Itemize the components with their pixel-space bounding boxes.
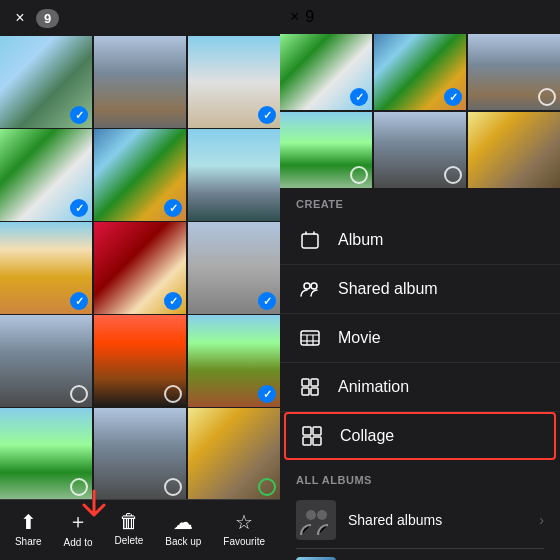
selection-check: ✓ xyxy=(258,106,276,124)
photo-cell[interactable] xyxy=(188,129,280,221)
svg-point-1 xyxy=(304,283,310,289)
shared-albums-thumb xyxy=(296,500,336,540)
shared-album-menu-item[interactable]: Shared album xyxy=(280,265,560,314)
right-header: × 9 xyxy=(280,0,560,34)
photo-grid: ✓ ✓ ✓ ✓ ✓ ✓ ✓ xyxy=(0,36,280,499)
backup-toolbar-item[interactable]: ☁ Back up xyxy=(165,510,201,547)
svg-rect-4 xyxy=(302,379,309,386)
shared-albums-info: Shared albums xyxy=(348,512,527,528)
create-section: CREATE Album Shared album xyxy=(280,188,560,560)
photo-cell[interactable]: ✓ xyxy=(188,36,280,128)
selection-circle-empty xyxy=(350,166,368,184)
shared-album-icon xyxy=(296,275,324,303)
collage-menu-item[interactable]: Collage xyxy=(284,412,556,460)
right-photo-cell[interactable]: ✓ xyxy=(280,34,372,110)
selection-check: ✓ xyxy=(258,292,276,310)
photo-thumb xyxy=(468,112,560,188)
delete-toolbar-item[interactable]: 🗑 Delete xyxy=(114,510,143,546)
selection-count-badge: 9 xyxy=(36,9,59,28)
svg-rect-11 xyxy=(313,437,321,445)
right-photo-cell[interactable] xyxy=(374,112,466,188)
movie-icon xyxy=(296,324,324,352)
svg-point-14 xyxy=(317,510,327,520)
photo-cell[interactable]: ✓ xyxy=(188,315,280,407)
photo-cell[interactable]: ✓ xyxy=(94,222,186,314)
svg-point-2 xyxy=(311,283,317,289)
svg-rect-8 xyxy=(303,427,311,435)
photo-cell[interactable]: ✓ xyxy=(0,222,92,314)
photo-thumb xyxy=(94,36,186,128)
create-section-label: CREATE xyxy=(280,188,560,216)
photo-cell[interactable]: ✓ xyxy=(94,129,186,221)
collage-icon xyxy=(298,422,326,450)
right-photo-cell[interactable] xyxy=(468,112,560,188)
svg-rect-6 xyxy=(302,388,309,395)
right-photo-cell[interactable] xyxy=(280,112,372,188)
photo-cell[interactable]: ✓ xyxy=(0,129,92,221)
selection-check: ✓ xyxy=(350,88,368,106)
photo-cell[interactable] xyxy=(94,315,186,407)
close-button[interactable]: × xyxy=(10,8,30,28)
selection-circle-empty xyxy=(70,478,88,496)
album-icon xyxy=(296,226,324,254)
animation-menu-item[interactable]: Animation xyxy=(280,363,560,412)
right-photo-grid: ✓ ✓ xyxy=(280,34,560,188)
add-to-toolbar-item[interactable]: ＋ Add to xyxy=(64,508,93,548)
svg-rect-10 xyxy=(303,437,311,445)
photo-cell[interactable] xyxy=(94,36,186,128)
backup-icon: ☁ xyxy=(173,510,193,534)
right-close-button[interactable]: × xyxy=(290,8,299,26)
photo-cell[interactable]: ✓ xyxy=(0,36,92,128)
movie-menu-item[interactable]: Movie xyxy=(280,314,560,363)
selection-circle-empty xyxy=(164,385,182,403)
svg-rect-0 xyxy=(302,234,318,248)
photo-album-item[interactable]: photo 1 Apr 2017 xyxy=(280,549,560,560)
photo-thumb xyxy=(188,129,280,221)
selection-check: ✓ xyxy=(164,199,182,217)
add-icon: ＋ xyxy=(68,508,88,535)
shared-album-label: Shared album xyxy=(338,280,438,298)
favourite-label: Favourite xyxy=(223,536,265,547)
favourite-icon: ☆ xyxy=(235,510,253,534)
selection-check: ✓ xyxy=(444,88,462,106)
share-toolbar-item[interactable]: ⬆ Share xyxy=(15,510,42,547)
share-icon: ⬆ xyxy=(20,510,37,534)
shared-albums-item[interactable]: Shared albums › xyxy=(280,492,560,548)
photo-cell[interactable] xyxy=(94,408,186,499)
selection-circle-green xyxy=(258,478,276,496)
selection-check: ✓ xyxy=(70,106,88,124)
photo-cell[interactable] xyxy=(188,408,280,499)
photo-cell[interactable] xyxy=(0,408,92,499)
movie-label: Movie xyxy=(338,329,381,347)
album-menu-item[interactable]: Album xyxy=(280,216,560,265)
right-panel: × 9 ✓ ✓ CREATE xyxy=(280,0,560,560)
svg-rect-3 xyxy=(301,331,319,345)
delete-icon: 🗑 xyxy=(119,510,139,533)
close-icon: × xyxy=(15,9,24,27)
delete-label: Delete xyxy=(114,535,143,546)
selection-circle-empty xyxy=(444,166,462,184)
share-label: Share xyxy=(15,536,42,547)
animation-label: Animation xyxy=(338,378,409,396)
svg-point-13 xyxy=(306,510,316,520)
svg-rect-5 xyxy=(311,379,318,386)
selection-check: ✓ xyxy=(70,199,88,217)
photo-cell[interactable] xyxy=(0,315,92,407)
right-photo-cell[interactable] xyxy=(468,34,560,110)
right-photo-cell[interactable]: ✓ xyxy=(374,34,466,110)
right-close-icon: × xyxy=(290,8,299,25)
left-panel: × 9 ✓ ✓ ✓ ✓ ✓ xyxy=(0,0,280,560)
album-label: Album xyxy=(338,231,383,249)
right-selection-count-badge: 9 xyxy=(305,8,314,26)
selection-circle-empty xyxy=(538,88,556,106)
selection-circle-empty xyxy=(164,478,182,496)
left-header: × 9 xyxy=(0,0,280,36)
add-to-label: Add to xyxy=(64,537,93,548)
photo-cell[interactable]: ✓ xyxy=(188,222,280,314)
selection-circle-empty xyxy=(70,385,88,403)
backup-label: Back up xyxy=(165,536,201,547)
collage-label: Collage xyxy=(340,427,394,445)
animation-icon xyxy=(296,373,324,401)
favourite-toolbar-item[interactable]: ☆ Favourite xyxy=(223,510,265,547)
svg-rect-7 xyxy=(311,388,318,395)
